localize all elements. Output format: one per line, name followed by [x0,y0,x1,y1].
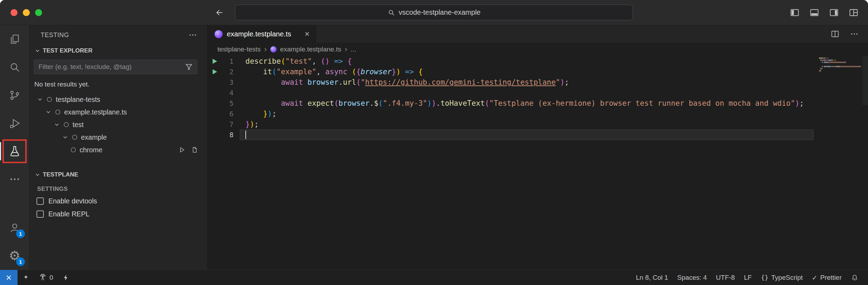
text-cursor [245,131,246,139]
toggle-primary-sidebar-icon[interactable] [789,7,800,18]
testplane-section-header[interactable]: TESTPLANE [29,169,207,181]
breadcrumb-folder[interactable]: testplane-tests [217,46,261,53]
activity-bar: 1 ⚙ 1 [0,25,29,270]
indentation-setting[interactable]: Spaces: 4 [673,270,712,285]
sidebar-more-actions-icon[interactable] [188,30,197,40]
zoom-window-button[interactable] [35,9,42,16]
notifications-bell-icon[interactable] [846,270,863,285]
test-state-circle-icon [63,121,69,128]
split-editor-icon[interactable] [830,29,840,39]
formatter-status[interactable]: ✓ Prettier [807,270,846,285]
line-number: 8 [222,130,240,140]
code-editor[interactable]: 1describe("test", () => {2 it("example",… [208,56,868,270]
settings-badge: 1 [16,257,25,266]
chevron-down-icon[interactable] [45,109,52,115]
chevron-down-icon[interactable] [53,121,60,128]
line-number: 6 [222,109,240,119]
line-number: 7 [222,119,240,130]
more-views-icon[interactable] [0,165,29,193]
accounts-badge: 1 [16,229,25,238]
test-explorer-section-header[interactable]: TEST EXPLORER [29,45,207,57]
filter-icon[interactable] [185,63,193,71]
close-tab-icon[interactable]: × [305,30,310,38]
test-state-circle-icon [55,109,61,115]
test-filter-input[interactable] [34,60,197,74]
status-bar: 0 Ln 8, Col 1 Spaces: 4 UTF-8 LF {} Type… [0,270,868,285]
code-line[interactable]: 5 await expect(browser.$(".f4.my-3")).to… [208,98,868,109]
line-number: 2 [222,67,240,77]
editor-more-actions-icon[interactable] [850,29,859,39]
check-icon: ✓ [812,274,818,281]
editor-group: example.testplane.ts × testplane-tests ›… [208,25,868,270]
lightning-icon[interactable] [58,270,74,285]
breadcrumb-separator: › [264,45,267,54]
toggle-panel-icon[interactable] [809,7,820,18]
no-test-results-message: No test results yet. [29,74,207,93]
tree-item-chrome[interactable]: chrome [29,144,207,156]
code-line[interactable]: 8 [208,130,868,140]
chevron-down-icon[interactable] [36,96,43,103]
customize-layout-icon[interactable] [848,7,859,18]
traffic-lights [11,9,42,16]
cursor-position[interactable]: Ln 8, Col 1 [631,270,673,285]
command-center-search[interactable]: vscode-testplane-example [235,5,633,20]
code-line[interactable]: 2 it("example", async ({browser}) => { [208,67,868,77]
encoding-setting[interactable]: UTF-8 [711,270,739,285]
enable-repl-option[interactable]: Enable REPL [29,208,207,221]
run-debug-icon[interactable] [0,109,29,137]
code-line[interactable]: 1describe("test", () => { [208,56,868,67]
test-state-circle-icon [46,96,53,103]
minimap[interactable] [819,57,861,74]
code-line[interactable]: 6 }); [208,109,868,119]
testplane-logo-icon [270,46,277,53]
eol-setting[interactable]: LF [739,270,756,285]
testplane-logo-icon [215,30,223,38]
search-sidebar-icon[interactable] [0,53,29,81]
breadcrumb-file[interactable]: example.testplane.ts [280,46,341,53]
goto-test-icon[interactable] [191,146,198,153]
repl-checkbox[interactable] [36,210,44,218]
tree-item-testplane-tests[interactable]: testplane-tests [29,93,207,106]
broadcast-tower-icon [39,274,47,281]
accounts-icon[interactable]: 1 [0,214,29,242]
settings-gear-icon[interactable]: ⚙ 1 [0,242,29,270]
code-line[interactable]: 3 await browser.url("https://github.com/… [208,77,868,88]
toggle-secondary-sidebar-icon[interactable] [829,7,839,18]
tab-bar: example.testplane.ts × [208,25,868,43]
line-number: 4 [222,88,240,98]
run-test-gutter-icon[interactable] [211,57,218,65]
tree-item-example-file[interactable]: example.testplane.ts [29,106,207,118]
line-number: 3 [222,77,240,88]
test-state-circle-icon [72,134,78,140]
testing-icon[interactable] [0,137,29,165]
title-bar: vscode-testplane-example [0,0,868,25]
remote-indicator[interactable] [0,270,18,285]
sidebar-title: TESTING [41,32,69,39]
code-lines: 1describe("test", () => {2 it("example",… [208,56,868,140]
explorer-icon[interactable] [0,25,29,53]
minimize-window-button[interactable] [23,9,30,16]
chevron-down-icon [34,48,41,54]
test-state-circle-icon [70,147,76,153]
code-line[interactable]: 7}); [208,119,868,130]
editor-scrollbar[interactable] [862,56,868,105]
code-line[interactable]: 4 [208,88,868,98]
tree-item-example[interactable]: example [29,131,207,144]
ports-indicator[interactable]: 0 [34,270,58,285]
search-icon [387,9,395,16]
run-test-gutter-icon[interactable] [211,68,218,76]
back-arrow-icon[interactable] [215,8,224,18]
devtools-checkbox[interactable] [36,197,44,205]
close-window-button[interactable] [11,9,18,16]
braces-icon: {} [761,274,768,281]
source-control-icon[interactable] [0,81,29,109]
settings-group-label: SETTINGS [29,181,207,195]
tree-item-test[interactable]: test [29,118,207,131]
sparkle-icon[interactable] [18,270,34,285]
enable-devtools-option[interactable]: Enable devtools [29,195,207,208]
tab-example-testplane[interactable]: example.testplane.ts × [208,25,316,43]
language-mode[interactable]: {} TypeScript [756,270,807,285]
run-test-icon[interactable] [178,146,185,153]
chevron-down-icon[interactable] [62,134,69,140]
breadcrumb-symbol[interactable]: ... [351,46,357,53]
